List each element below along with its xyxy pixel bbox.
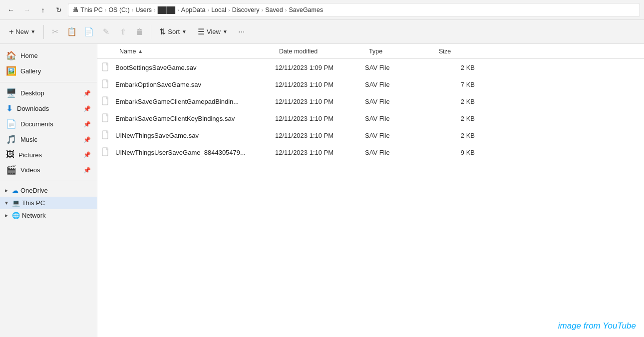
- cut-button[interactable]: ✂: [47, 24, 63, 40]
- new-button[interactable]: + New ▼: [4, 24, 40, 39]
- paste-button[interactable]: 📄: [81, 24, 97, 40]
- table-row[interactable]: UINewThingsSaveGame.sav 12/11/2023 1:10 …: [97, 127, 644, 144]
- sidebar-item-thispc[interactable]: ▼ 💻 This PC: [0, 197, 97, 209]
- breadcrumb-users[interactable]: Users: [135, 6, 152, 13]
- cell-size: 2 KB: [435, 132, 475, 139]
- sidebar-item-onedrive[interactable]: ► ☁ OneDrive: [0, 184, 97, 197]
- sidebar-label-home: Home: [20, 52, 38, 59]
- sidebar-label-desktop: Desktop: [20, 89, 44, 97]
- col-header-name[interactable]: Name ▲: [115, 45, 275, 58]
- up-button[interactable]: ↑: [36, 3, 50, 17]
- refresh-button[interactable]: ↻: [52, 3, 66, 17]
- cell-size: 2 KB: [435, 64, 475, 71]
- breadcrumb-discovery[interactable]: Discovery: [232, 6, 260, 13]
- col-header-size[interactable]: Size: [435, 45, 475, 58]
- cell-size: 2 KB: [435, 98, 475, 105]
- sort-button[interactable]: ⇅ Sort ▼: [154, 24, 192, 39]
- table-row[interactable]: BootSettingsSaveGame.sav 12/11/2023 1:09…: [97, 59, 644, 76]
- cell-date: 12/11/2023 1:10 PM: [275, 149, 365, 156]
- cell-size: 2 KB: [435, 115, 475, 122]
- sidebar-item-videos[interactable]: 🎬 Videos 📌: [0, 162, 97, 178]
- copy-button[interactable]: 📋: [64, 24, 80, 40]
- main-layout: 🏠 Home 🖼️ Gallery 🖥️ Desktop 📌 ⬇ Downloa…: [0, 44, 644, 337]
- thispc-expand-icon: ▼: [4, 200, 9, 206]
- cell-type: SAV File: [365, 149, 435, 156]
- col-size-label: Size: [439, 48, 451, 55]
- sidebar-label-pictures: Pictures: [18, 151, 42, 159]
- sidebar-item-desktop[interactable]: 🖥️ Desktop 📌: [0, 85, 97, 101]
- sidebar-item-music[interactable]: 🎵 Music 📌: [0, 132, 97, 147]
- file-icon: [101, 130, 111, 140]
- pin-icon-desktop: 📌: [83, 90, 91, 97]
- sidebar-label-documents: Documents: [20, 120, 53, 128]
- desktop-icon: 🖥️: [6, 88, 16, 98]
- share-button[interactable]: ⇧: [115, 24, 131, 40]
- breadcrumb-thispc[interactable]: 🖶 This PC: [72, 6, 103, 13]
- sidebar-item-network[interactable]: ► 🌐 Network: [0, 209, 97, 222]
- breadcrumb-osc[interactable]: OS (C:): [108, 6, 129, 13]
- sidebar-item-pictures[interactable]: 🖼 Pictures 📌: [0, 147, 97, 162]
- breadcrumb: 🖶 This PC › OS (C:) › Users › ████ › App…: [68, 3, 640, 17]
- sidebar-label-music: Music: [20, 136, 37, 143]
- breadcrumb-appdata[interactable]: AppData: [181, 6, 206, 13]
- sidebar-label-gallery: Gallery: [20, 67, 41, 75]
- cell-type: SAV File: [365, 132, 435, 139]
- view-button[interactable]: ☰ View ▼: [193, 24, 233, 39]
- file-icon: [101, 96, 111, 106]
- delete-button[interactable]: 🗑: [132, 24, 148, 40]
- col-header-date[interactable]: Date modified: [275, 45, 365, 58]
- file-icon: [101, 113, 111, 123]
- rename-button[interactable]: ✎: [98, 24, 114, 40]
- cell-date: 12/11/2023 1:10 PM: [275, 132, 365, 139]
- col-header-type[interactable]: Type: [365, 45, 435, 58]
- cell-date: 12/11/2023 1:09 PM: [275, 64, 365, 71]
- breadcrumb-local[interactable]: Local: [211, 6, 226, 13]
- pin-icon-documents: 📌: [83, 121, 91, 128]
- cell-date: 12/11/2023 1:10 PM: [275, 81, 365, 88]
- cell-name: EmbarkSaveGameClientKeyBindings.sav: [115, 115, 275, 122]
- sidebar-item-home[interactable]: 🏠 Home: [0, 48, 97, 63]
- sidebar-label-network: Network: [22, 212, 46, 219]
- view-chevron-icon: ▼: [223, 29, 228, 34]
- new-icon: +: [9, 27, 13, 36]
- sidebar-item-downloads[interactable]: ⬇ Downloads 📌: [0, 101, 97, 116]
- sidebar-label-videos: Videos: [20, 166, 40, 174]
- sidebar-label-downloads: Downloads: [17, 105, 49, 112]
- cell-name: UINewThingsSaveGame.sav: [115, 132, 275, 139]
- breadcrumb-saved[interactable]: Saved: [265, 6, 283, 13]
- toolbar: + New ▼ ✂ 📋 📄 ✎ ⇧ 🗑 ⇅ Sort ▼ ☰ View ▼ ··…: [0, 20, 644, 44]
- cell-type: SAV File: [365, 98, 435, 105]
- view-label: View: [207, 28, 221, 35]
- back-button[interactable]: ←: [4, 3, 18, 17]
- more-button[interactable]: ···: [234, 24, 250, 40]
- sidebar-item-gallery[interactable]: 🖼️ Gallery: [0, 63, 97, 79]
- breadcrumb-savegames[interactable]: SaveGames: [289, 6, 323, 13]
- sort-icon: ⇅: [159, 27, 166, 36]
- breadcrumb-user[interactable]: ████: [158, 6, 175, 13]
- new-label: New: [15, 28, 28, 35]
- view-icon: ☰: [198, 27, 205, 36]
- sidebar: 🏠 Home 🖼️ Gallery 🖥️ Desktop 📌 ⬇ Downloa…: [0, 44, 97, 337]
- pin-icon-downloads: 📌: [83, 105, 91, 112]
- music-icon: 🎵: [6, 134, 16, 145]
- col-type-label: Type: [369, 48, 382, 55]
- file-icon: [101, 79, 111, 89]
- table-row[interactable]: EmbarkOptionSaveGame.sav 12/11/2023 1:10…: [97, 76, 644, 93]
- sort-label: Sort: [168, 28, 180, 35]
- file-icon: [101, 147, 111, 157]
- pin-icon-music: 📌: [83, 136, 91, 143]
- file-list: BootSettingsSaveGame.sav 12/11/2023 1:09…: [97, 59, 644, 337]
- pictures-icon: 🖼: [6, 150, 14, 160]
- address-bar: ← → ↑ ↻ 🖶 This PC › OS (C:) › Users › ██…: [0, 0, 644, 20]
- forward-button[interactable]: →: [20, 3, 34, 17]
- table-row[interactable]: EmbarkSaveGameClientGamepadBindin... 12/…: [97, 93, 644, 110]
- cell-name: EmbarkOptionSaveGame.sav: [115, 81, 275, 88]
- col-name-label: Name: [119, 48, 136, 55]
- table-row[interactable]: UINewThingsUserSaveGame_8844305479... 12…: [97, 144, 644, 161]
- more-label: ···: [238, 27, 245, 36]
- network-icon: 🌐: [12, 212, 20, 219]
- sort-asc-icon: ▲: [138, 48, 143, 54]
- table-row[interactable]: EmbarkSaveGameClientKeyBindings.sav 12/1…: [97, 110, 644, 127]
- sidebar-item-documents[interactable]: 📄 Documents 📌: [0, 116, 97, 132]
- pin-icon-pictures: 📌: [83, 151, 91, 158]
